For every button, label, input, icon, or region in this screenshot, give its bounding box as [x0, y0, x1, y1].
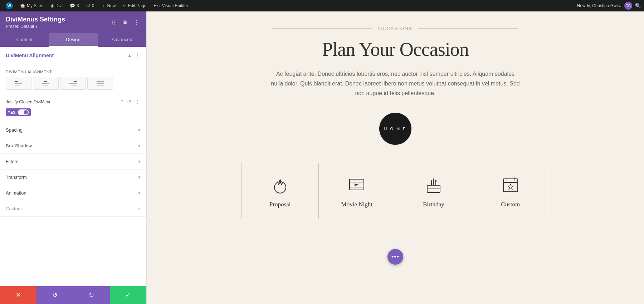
svg-marker-17	[355, 183, 359, 186]
spacing-section-header[interactable]: Spacing ▾	[0, 122, 146, 138]
resize-icon[interactable]: ⊡	[111, 18, 118, 27]
edit-page-link[interactable]: ✏ Edit Page	[120, 0, 149, 11]
movie-name: Movie Night	[341, 201, 372, 208]
transform-title: Transform	[6, 175, 27, 180]
my-sites-link[interactable]: 🏠 My Sites	[17, 0, 46, 11]
custom-title: Custom	[6, 206, 22, 211]
undo-icon: ↺	[52, 291, 58, 299]
alignment-field-label: DiviMenu Alignment	[6, 70, 141, 74]
cancel-icon: ✕	[16, 291, 21, 299]
svg-rect-3	[44, 81, 47, 82]
svg-rect-0	[15, 81, 18, 82]
main-area: DiviMenus Settings Preset: Default ▾ ⊡ ▣…	[0, 11, 644, 304]
comments-link[interactable]: 💬 3	[67, 0, 82, 11]
layout-icon[interactable]: ▣	[121, 18, 129, 27]
align-center-button[interactable]	[33, 77, 59, 90]
comments-count-link[interactable]: 🗨 0	[83, 0, 97, 11]
home-circle[interactable]: H O M E	[379, 113, 411, 145]
wp-logo[interactable]: W	[3, 0, 16, 11]
align-justify-icon	[96, 80, 104, 86]
transform-header[interactable]: Transform ▾	[0, 170, 146, 185]
avatar[interactable]: CG	[624, 2, 632, 10]
svg-rect-5	[43, 85, 48, 85]
calendar-star-icon	[500, 174, 521, 195]
occasion-card-movie[interactable]: Movie Night	[319, 163, 396, 219]
align-right-icon	[69, 80, 77, 86]
tab-advanced[interactable]: Advanced	[98, 33, 146, 47]
toggle-label: Justify Closed DiviMenu	[6, 99, 117, 104]
box-shadow-section: Box Shadow ▾	[0, 138, 146, 154]
svg-rect-15	[350, 179, 364, 182]
animation-chevron-icon: ▾	[138, 190, 141, 196]
custom-section: Custom ▾	[0, 201, 146, 217]
custom-name: Custom	[501, 201, 520, 208]
search-icon[interactable]: 🔍	[635, 3, 641, 9]
spacing-section: Spacing ▾	[0, 122, 146, 138]
canvas-inner: OCCASIONS Plan Your Occasion Ac feugiat …	[234, 11, 556, 234]
plan-title: Plan Your Occasion	[241, 38, 549, 60]
yes-toggle[interactable]: YES	[6, 108, 31, 116]
alignment-section-body: DiviMenu Alignment	[0, 64, 146, 122]
dots-icon: •••	[391, 253, 399, 261]
proposal-name: Proposal	[269, 201, 291, 208]
home-circle-text: H O M E	[384, 127, 406, 131]
new-link[interactable]: ＋ New	[98, 0, 118, 11]
divi-icon: ◉	[50, 3, 54, 8]
custom-chevron-icon: ▾	[138, 206, 141, 211]
redo-button[interactable]: ↻	[73, 286, 110, 304]
divi-link[interactable]: ◉ Divi	[48, 0, 65, 11]
tab-content[interactable]: Content	[0, 33, 49, 47]
occasion-card-birthday[interactable]: Birthday	[395, 163, 472, 219]
float-menu-button[interactable]: •••	[387, 249, 403, 265]
toggle-slider	[18, 109, 29, 115]
align-justify-button[interactable]	[87, 77, 113, 90]
occasions-line-right	[418, 28, 518, 29]
animation-header[interactable]: Animation ▾	[0, 185, 146, 201]
collapse-icon[interactable]: ▲	[127, 53, 132, 58]
toggle-more-icon[interactable]: ⋮	[134, 98, 141, 106]
film-icon	[346, 174, 367, 195]
occasion-card-custom[interactable]: Custom	[472, 163, 549, 219]
section-more-icon[interactable]: ⋮	[135, 52, 141, 59]
svg-point-24	[433, 178, 434, 181]
occasions-label-row: OCCASIONS	[241, 26, 549, 31]
settings-panel: DiviMenus Settings Preset: Default ▾ ⊡ ▣…	[0, 11, 147, 304]
tab-design[interactable]: Design	[49, 33, 97, 47]
save-button[interactable]: ✓	[110, 286, 146, 304]
svg-marker-13	[279, 179, 282, 182]
preset-selector[interactable]: Preset: Default ▾	[6, 24, 65, 29]
transform-chevron-icon: ▾	[138, 175, 141, 180]
svg-point-23	[431, 180, 432, 182]
house-icon: 🏠	[20, 3, 25, 8]
cancel-button[interactable]: ✕	[0, 286, 36, 304]
occasions-text: OCCASIONS	[378, 26, 413, 31]
align-left-button[interactable]	[6, 77, 31, 90]
undo-button[interactable]: ↺	[36, 286, 73, 304]
yes-label: YES	[8, 111, 16, 114]
exit-visual-builder-link[interactable]: Exit Visual Builder	[151, 0, 191, 11]
more-options-icon[interactable]: ⋮	[132, 18, 141, 27]
svg-rect-7	[69, 83, 77, 84]
filters-header[interactable]: Filters ▾	[0, 154, 146, 169]
box-shadow-title: Box Shadow	[6, 143, 32, 148]
ring-icon	[269, 174, 291, 195]
align-right-button[interactable]	[60, 77, 86, 90]
animation-section: Animation ▾	[0, 185, 146, 201]
svg-rect-1	[15, 83, 22, 84]
box-shadow-header[interactable]: Box Shadow ▾	[0, 138, 146, 153]
alignment-section-header[interactable]: DiviMenu Alignment ▲ ⋮	[0, 47, 146, 64]
reset-icon[interactable]: ↺	[126, 98, 132, 106]
occasion-cards: Proposal Movie Night	[241, 163, 549, 219]
help-icon[interactable]: ?	[120, 98, 124, 106]
comment-icon: 🗨	[86, 3, 91, 8]
box-shadow-chevron-icon: ▾	[138, 143, 141, 148]
justify-closed-toggle-row: Justify Closed DiviMenu ? ↺ ⋮	[6, 95, 141, 108]
occasion-card-proposal[interactable]: Proposal	[242, 163, 319, 219]
wordpress-icon: W	[6, 2, 13, 9]
custom-header[interactable]: Custom ▾	[0, 201, 146, 216]
svg-rect-9	[97, 81, 104, 82]
section-header-icons: ▲ ⋮	[127, 52, 141, 59]
svg-rect-4	[42, 83, 49, 84]
filters-chevron-icon: ▾	[138, 159, 141, 164]
admin-bar-right: Howdy, Christina Gwira CG 🔍	[577, 2, 641, 10]
